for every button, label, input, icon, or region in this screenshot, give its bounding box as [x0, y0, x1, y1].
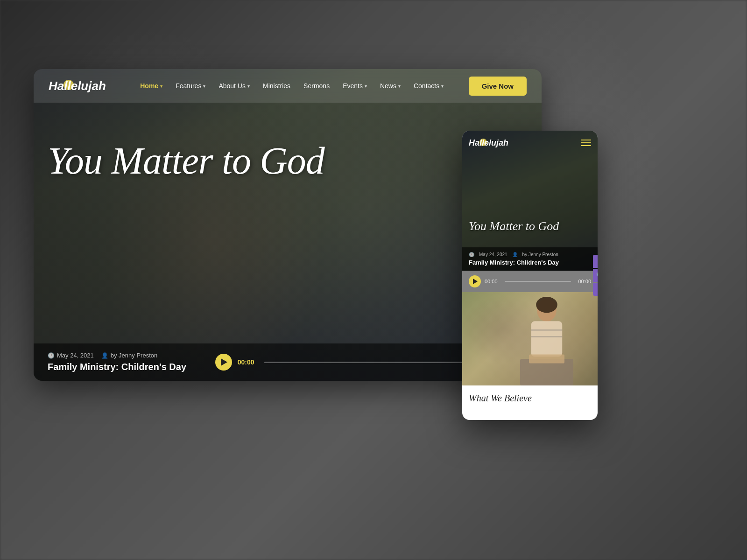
mobile-card: Hallelujah You Matter to God 🕐 May 24, 2…: [462, 131, 598, 420]
hamburger-line-3: [581, 145, 591, 146]
grid-icon: ▦: [597, 286, 598, 293]
search-icon: 🔍: [596, 272, 598, 279]
mobile-lower-section: What We Believe: [462, 292, 598, 408]
mobile-audio-time-start: 00:00: [485, 279, 501, 284]
navbar: Hallelujah Home ▾ Features ▾ About Us ▾ …: [34, 69, 542, 103]
mobile-navbar: Hallelujah: [462, 131, 598, 155]
mobile-audio-progress[interactable]: [505, 281, 571, 282]
mobile-header: Hallelujah You Matter to God 🕐 May 24, 2…: [462, 131, 598, 271]
chevron-down-icon: ▾: [247, 84, 250, 89]
toolbar-search-button[interactable]: 🔍: [593, 269, 598, 282]
mobile-bottom-bar: 🕐 May 24, 2021 👤 by Jenny Preston Family…: [462, 247, 598, 271]
nav-item-ministries[interactable]: Ministries: [257, 78, 296, 93]
mobile-believe-title: What We Believe: [462, 385, 598, 408]
chevron-down-icon: ▾: [441, 84, 444, 89]
person-icon: 👤: [101, 352, 108, 359]
mobile-believe-image: [462, 292, 598, 385]
sermon-info: 🕐 May 24, 2021 👤 by Jenny Preston Family…: [48, 352, 204, 372]
meta-info: 🕐 May 24, 2021 👤 by Jenny Preston: [48, 352, 204, 359]
play-icon: [221, 358, 227, 366]
play-button[interactable]: [215, 354, 232, 371]
nav-item-features[interactable]: Features ▾: [170, 78, 211, 93]
clock-icon: 🕐: [469, 252, 474, 257]
mobile-audio-player: 00:00 00:00: [462, 271, 598, 292]
give-now-button[interactable]: Give Now: [469, 77, 527, 96]
toolbar-share-button[interactable]: ⤴: [593, 255, 598, 268]
person-figure-illustration: [505, 297, 589, 385]
logo-text: Hallelujah: [49, 79, 106, 93]
clock-icon: 🕐: [48, 352, 55, 359]
nav-item-sermons[interactable]: Sermons: [298, 78, 335, 93]
mobile-play-button[interactable]: [469, 275, 481, 287]
audio-time-start: 00:00: [238, 358, 259, 366]
chevron-down-icon: ▾: [398, 84, 401, 89]
hamburger-line-1: [581, 140, 591, 140]
nav-item-about-us[interactable]: About Us ▾: [213, 78, 255, 93]
toolbar-grid-button[interactable]: ▦: [593, 283, 598, 296]
hamburger-line-2: [581, 142, 591, 143]
nav-item-news[interactable]: News ▾: [374, 78, 406, 93]
nav-item-home[interactable]: Home ▾: [134, 78, 168, 93]
mobile-meta: 🕐 May 24, 2021 👤 by Jenny Preston: [469, 252, 591, 257]
sermon-title: Family Ministry: Children's Day: [48, 362, 204, 372]
svg-rect-1: [531, 321, 563, 357]
chevron-down-icon: ▾: [365, 84, 367, 89]
hamburger-menu-button[interactable]: [581, 140, 591, 146]
svg-rect-3: [529, 355, 564, 364]
chevron-down-icon: ▾: [203, 84, 205, 89]
author-meta: 👤 by Jenny Preston: [101, 352, 157, 359]
mobile-sermon-title: Family Ministry: Children's Day: [469, 259, 591, 266]
nav-links: Home ▾ Features ▾ About Us ▾ Ministries …: [119, 78, 465, 93]
logo-area[interactable]: Hallelujah: [49, 79, 106, 93]
mobile-hero-title: You Matter to God: [469, 219, 591, 233]
hero-title: You Matter to God: [48, 140, 528, 182]
nav-item-contacts[interactable]: Contacts ▾: [408, 78, 449, 93]
side-toolbar: ⤴ 🔍 ▦: [593, 255, 598, 296]
person-icon: 👤: [512, 252, 518, 257]
svg-point-4: [536, 297, 557, 313]
date-meta: 🕐 May 24, 2021: [48, 352, 94, 359]
chevron-down-icon: ▾: [160, 84, 162, 89]
mobile-audio-time-end: 00:00: [575, 279, 591, 284]
nav-item-events[interactable]: Events ▾: [337, 78, 373, 93]
mobile-play-icon: [473, 279, 478, 284]
mobile-logo[interactable]: Hallelujah: [469, 138, 508, 148]
